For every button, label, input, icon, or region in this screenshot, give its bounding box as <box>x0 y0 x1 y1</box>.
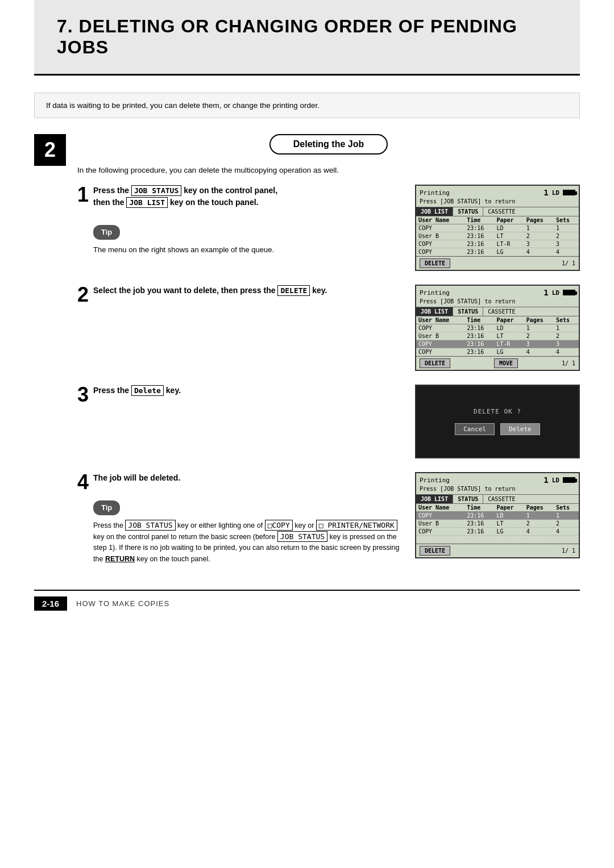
lcd-1-tab-cassette[interactable]: CASSETTE <box>483 207 520 216</box>
steps-area: 1 Press the JOB STATUS key on the contro… <box>77 185 580 565</box>
lcd-2-num: 1 <box>544 288 548 297</box>
lcd-1-tab-status[interactable]: STATUS <box>453 207 483 216</box>
lcd-3-buttons: Cancel Delete <box>455 423 540 435</box>
lcd-3-inner: DELETE OK ? Cancel Delete <box>443 397 551 446</box>
lcd-col-pages: Pages <box>524 316 554 324</box>
lcd-4-delete-btn[interactable]: DELETE <box>420 546 450 556</box>
lcd-2-status: Press [JOB STATUS] to return <box>420 298 575 304</box>
step-3-number: 3 <box>77 385 89 405</box>
step-3-row: 3 Press the Delete key. DELETE OK ? Canc… <box>77 385 580 458</box>
lcd-screen-2: Printing 1 LD Press [JOB STATUS] to retu… <box>415 285 580 371</box>
delete-key-2: DELETE <box>277 285 310 296</box>
lcd-2-ld: LD <box>552 289 559 297</box>
lcd-col-username: User Name <box>416 216 464 224</box>
tip-text-1: The menu on the right shows an example o… <box>93 244 404 256</box>
lcd-4-num: 1 <box>544 475 548 485</box>
step-1-screen: Printing 1 LD Press [JOB STATUS] to retu… <box>415 185 580 271</box>
lcd-4-table: User Name Time Paper Pages Sets COPY23:1… <box>416 504 579 544</box>
lcd-1-tabs: JOB LIST STATUS CASSETTE <box>416 207 579 216</box>
table-row: User B23:16LT22 <box>416 232 579 240</box>
lcd-col-time: Time <box>464 316 494 324</box>
table-row-highlighted: COPY23:16LD11 <box>416 512 579 520</box>
lcd-4-bottom: DELETE 1/ 1 <box>416 544 579 557</box>
lcd-screen-4: Printing 1 LD Press [JOB STATUS] to retu… <box>415 472 580 558</box>
lcd-col-username: User Name <box>416 316 464 324</box>
lcd-2-delete-btn[interactable]: DELETE <box>420 358 450 368</box>
step-2-left: 2 Select the job you want to delete, the… <box>77 285 404 305</box>
step-2-text: Select the job you want to delete, then … <box>93 285 404 297</box>
lcd-2-move-btn[interactable]: MOVE <box>494 358 518 368</box>
table-row: COPY23:16LD11 <box>416 324 579 332</box>
footer-page-num: 2-16 <box>34 596 67 611</box>
step-4-bold: The job will be deleted. <box>93 473 180 482</box>
lcd-2-tab-status[interactable]: STATUS <box>453 307 483 316</box>
lcd-2-tabs: JOB LIST STATUS CASSETTE <box>416 307 579 316</box>
section-2-block: 2 Deleting the Job In the following proc… <box>34 134 580 578</box>
table-row: COPY23:16LG44 <box>416 248 579 256</box>
step-4-left: 4 The job will be deleted. Tip Press the… <box>77 472 404 565</box>
lcd-2-tab-cassette[interactable]: CASSETTE <box>483 307 520 316</box>
step-4-text: The job will be deleted. Tip Press the J… <box>93 472 404 565</box>
step-3-text: Press the Delete key. <box>93 385 404 397</box>
lcd-1-ld: LD <box>552 189 559 197</box>
section-intro: In the following procedure, you can dele… <box>77 166 580 174</box>
lcd-4-tab-joblist[interactable]: JOB LIST <box>416 495 453 503</box>
tip-label-1: Tip <box>93 225 120 240</box>
intro-box: If data is waiting to be printed, you ca… <box>34 93 580 118</box>
lcd-4-table-header: User Name Time Paper Pages Sets <box>416 504 579 512</box>
table-row: User B23:16LT22 <box>416 332 579 340</box>
lcd-2-table: User Name Time Paper Pages Sets COPY23:1… <box>416 316 579 356</box>
lcd-4-battery <box>563 477 575 483</box>
step-1-text: Press the JOB STATUS key on the control … <box>93 185 404 258</box>
job-status-key: JOB STATUS <box>131 185 181 196</box>
lcd-2-battery <box>563 290 575 295</box>
lcd-3-delete-btn[interactable]: Delete <box>500 423 540 435</box>
lcd-1-printing: Printing <box>420 189 450 197</box>
page: 7. DELETING OR CHANGING ORDER OF PENDING… <box>0 0 614 868</box>
table-row-highlighted: COPY23:16LT-R33 <box>416 340 579 348</box>
tip-text-4: Press the JOB STATUS key or either light… <box>93 520 404 565</box>
lcd-col-time: Time <box>464 216 494 224</box>
step-1-left: 1 Press the JOB STATUS key on the contro… <box>77 185 404 258</box>
table-row: COPY23:16LT-R33 <box>416 240 579 248</box>
lcd-col-sets: Sets <box>554 504 579 512</box>
lcd-col-sets: Sets <box>554 316 579 324</box>
lcd-screen-3: DELETE OK ? Cancel Delete <box>415 385 580 458</box>
step-1-row: 1 Press the JOB STATUS key on the contro… <box>77 185 580 271</box>
lcd-4-topbar: Printing 1 LD Press [JOB STATUS] to retu… <box>416 473 579 493</box>
tip-label-4: Tip <box>93 500 120 515</box>
lcd-1-num: 1 <box>544 188 548 197</box>
lcd-col-paper: Paper <box>494 316 524 324</box>
copy-key: □COPY <box>265 520 293 531</box>
intro-text: If data is waiting to be printed, you ca… <box>46 101 320 110</box>
chapter-title: 7. DELETING OR CHANGING ORDER OF PENDING… <box>57 16 557 58</box>
step-4-row: 4 The job will be deleted. Tip Press the… <box>77 472 580 565</box>
lcd-1-bottom: DELETE 1/ 1 <box>416 256 579 270</box>
lcd-1-tab-joblist[interactable]: JOB LIST <box>416 207 453 216</box>
lcd-3-delete-text: DELETE OK ? <box>455 408 540 415</box>
lcd-1-topbar: Printing 1 LD Press [JOB STATUS] to retu… <box>416 186 579 206</box>
lcd-2-tab-joblist[interactable]: JOB LIST <box>416 307 453 316</box>
return-key: RETURN <box>105 555 135 563</box>
lcd-1-tbody: COPY23:16LD11 User B23:16LT22 COPY23:16L… <box>416 224 579 256</box>
lcd-1-delete-btn[interactable]: DELETE <box>420 258 450 268</box>
lcd-1-battery <box>563 190 575 195</box>
table-row: COPY23:16LD11 <box>416 224 579 232</box>
lcd-1-page: 1/ 1 <box>562 260 575 266</box>
lcd-1-status: Press [JOB STATUS] to return <box>420 198 575 205</box>
step-2-number: 2 <box>77 285 89 305</box>
lcd-col-sets: Sets <box>554 216 579 224</box>
chapter-title-block: 7. DELETING OR CHANGING ORDER OF PENDING… <box>34 0 580 76</box>
lcd-2-printing: Printing <box>420 289 450 297</box>
lcd-2-page: 1/ 1 <box>562 360 575 366</box>
lcd-col-time: Time <box>464 504 494 512</box>
section-heading: Deleting the Job <box>269 134 388 155</box>
lcd-3-cancel-btn[interactable]: Cancel <box>455 423 495 435</box>
lcd-4-tab-cassette[interactable]: CASSETTE <box>483 495 520 503</box>
lcd-4-tbody: COPY23:16LD11 User B23:16LT22 COPY23:16L… <box>416 512 579 544</box>
lcd-4-tab-status[interactable]: STATUS <box>453 495 483 503</box>
step-2-screen: Printing 1 LD Press [JOB STATUS] to retu… <box>415 285 580 371</box>
lcd-1-table-header: User Name Time Paper Pages Sets <box>416 216 579 224</box>
footer-text: HOW TO MAKE COPIES <box>76 599 169 608</box>
lcd-screen-1: Printing 1 LD Press [JOB STATUS] to retu… <box>415 185 580 271</box>
